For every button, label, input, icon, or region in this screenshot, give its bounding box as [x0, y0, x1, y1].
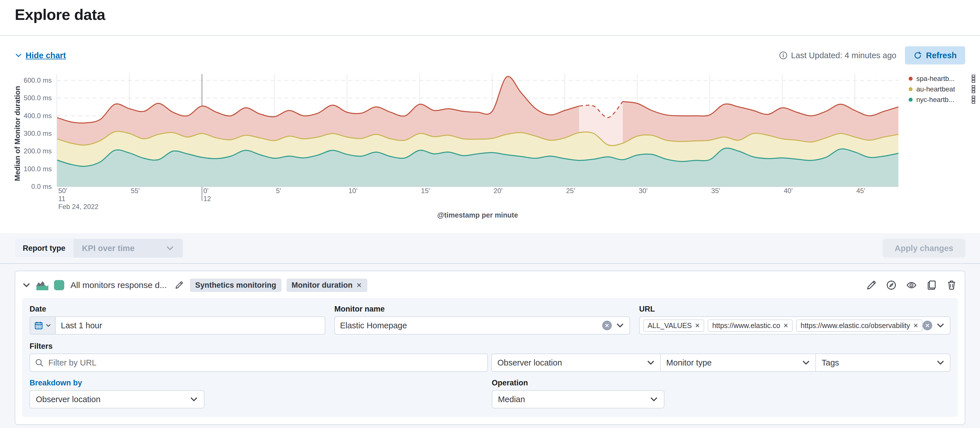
chevron-down-icon [189, 395, 198, 404]
url-pill-list: ALL_VALUEShttps://www.elastic.cohttps://… [640, 320, 923, 332]
page-header: Explore data [0, 0, 980, 36]
url-tag-label: https://www.elastic.co [712, 322, 780, 330]
operation-value: Median [498, 395, 525, 404]
legend-item[interactable]: spa-heartb... [908, 75, 976, 82]
chart-controls-row: Hide chart Last Updated: 4 minutes ago R… [0, 46, 980, 65]
legend-label: au-heartbeat [916, 85, 967, 93]
svg-text:0.0 ms: 0.0 ms [31, 182, 52, 190]
hide-chart-link[interactable]: Hide chart [15, 51, 66, 60]
last-updated: Last Updated: 4 minutes ago [779, 51, 896, 60]
svg-text:Feb 24, 2022: Feb 24, 2022 [58, 203, 99, 211]
legend-label: spa-heartb... [916, 75, 967, 82]
chart-controls-right: Last Updated: 4 minutes ago Refresh [779, 46, 965, 65]
legend-color-dot [908, 98, 913, 101]
apply-changes-button[interactable]: Apply changes [883, 239, 965, 258]
close-icon[interactable] [913, 323, 919, 328]
legend-item[interactable]: nyc-heartb... [908, 96, 976, 103]
svg-text:10': 10' [348, 187, 357, 195]
chevron-down-icon [15, 52, 22, 59]
badge-monitor-duration: Monitor duration [286, 279, 368, 292]
chevron-down-icon[interactable] [22, 281, 31, 289]
url-field-group: URL ALL_VALUEShttps://www.elastic.cohttp… [639, 305, 950, 334]
close-icon[interactable] [356, 282, 362, 288]
url-tag-pill: https://www.elastic.co [708, 320, 793, 332]
exploratory-view-panel: Report type KPI over time Apply changes [0, 233, 980, 428]
series-header: All monitors response d... Synthetics mo… [22, 277, 958, 293]
info-icon [779, 51, 788, 60]
url-tag-label: https://www.elastic.co/observability [800, 322, 910, 330]
legend-item[interactable]: au-heartbeat [908, 86, 976, 93]
chevron-down-icon [166, 244, 174, 252]
close-icon[interactable] [783, 323, 789, 328]
monitor-name-field-group: Monitor name Elastic Homepage [334, 305, 630, 334]
monitor-name-select[interactable]: Elastic Homepage [334, 316, 630, 334]
clear-icon[interactable] [602, 321, 612, 330]
delete-trash-icon[interactable] [945, 279, 958, 292]
last-updated-text: Last Updated: 4 minutes ago [791, 51, 896, 60]
date-picker[interactable]: Last 1 hour [30, 316, 325, 334]
breakdown-cell: Breakdown by Observer location [30, 379, 488, 408]
svg-text:15': 15' [421, 187, 430, 195]
filter-select-observer-location[interactable]: Observer location [492, 354, 660, 371]
badge-label: Monitor duration [292, 281, 353, 290]
series-card-wrap: All monitors response d... Synthetics mo… [0, 264, 980, 428]
legend-label: nyc-heartb... [916, 96, 967, 104]
calendar-icon [34, 321, 43, 330]
series-color-swatch[interactable] [54, 280, 64, 290]
chevron-down-icon [936, 321, 945, 330]
legend-color-dot [908, 87, 913, 91]
url-tag-pill: https://www.elastic.co/observability [796, 320, 923, 332]
series-card: All monitors response d... Synthetics mo… [15, 271, 965, 425]
legend-color-dot [908, 77, 913, 81]
report-type-select[interactable]: Report type KPI over time [15, 239, 183, 258]
svg-text:11: 11 [58, 195, 65, 203]
date-label: Date [30, 305, 325, 314]
svg-text:500.0 ms: 500.0 ms [24, 94, 52, 101]
clear-icon[interactable] [923, 321, 932, 330]
svg-text:50': 50' [58, 187, 67, 195]
svg-text:20': 20' [493, 187, 503, 195]
chevron-down-icon [616, 321, 624, 330]
filters-section: Filters Observer location Monitor type T… [30, 342, 950, 372]
svg-text:55': 55' [131, 187, 140, 195]
explore-compass-icon[interactable] [885, 279, 897, 292]
breakdown-by-select[interactable]: Observer location [30, 390, 204, 408]
series-actions [865, 279, 958, 292]
filter-select-label: Tags [822, 358, 839, 368]
legend-options-icon[interactable] [971, 96, 976, 104]
url-combobox[interactable]: ALL_VALUEShttps://www.elastic.cohttps://… [639, 316, 950, 334]
operation-select[interactable]: Median [492, 390, 664, 408]
chevron-down-icon [802, 358, 810, 367]
svg-text:400.0 ms: 400.0 ms [24, 112, 52, 120]
report-type-value[interactable]: KPI over time [73, 239, 183, 258]
legend-options-icon[interactable] [971, 75, 976, 82]
filter-select-monitor-type[interactable]: Monitor type [660, 354, 815, 371]
series-form: Date Last 1 hour Monitor [22, 298, 958, 417]
duplicate-copy-icon[interactable] [926, 279, 938, 292]
chevron-down-icon [646, 358, 655, 367]
report-type-selected: KPI over time [82, 244, 134, 253]
refresh-button[interactable]: Refresh [905, 46, 965, 65]
edit-icon[interactable] [865, 279, 878, 292]
breakdown-by-value: Observer location [36, 395, 100, 404]
series-form-row1: Date Last 1 hour Monitor [30, 305, 950, 334]
url-tag-pill: ALL_VALUES [643, 320, 704, 332]
chevron-down-icon [650, 395, 658, 404]
svg-text:12: 12 [203, 195, 211, 203]
svg-text:300.0 ms: 300.0 ms [24, 130, 52, 137]
chevron-down-icon [936, 358, 945, 367]
edit-name-icon[interactable] [173, 279, 185, 291]
svg-text:600.0 ms: 600.0 ms [24, 76, 52, 84]
eye-icon[interactable] [905, 279, 918, 292]
legend-options-icon[interactable] [971, 85, 976, 93]
date-picker-prepend[interactable] [30, 317, 56, 334]
close-icon[interactable] [695, 323, 700, 328]
report-row-wrap: Report type KPI over time Apply changes [0, 239, 980, 264]
filter-url-input[interactable] [48, 358, 487, 368]
refresh-label: Refresh [926, 51, 957, 60]
url-controls [923, 321, 950, 330]
filter-select-label: Monitor type [667, 358, 712, 368]
filter-select-tags[interactable]: Tags [815, 354, 950, 371]
breakdown-by-label: Breakdown by [30, 379, 488, 387]
filter-search-field[interactable] [30, 353, 488, 372]
